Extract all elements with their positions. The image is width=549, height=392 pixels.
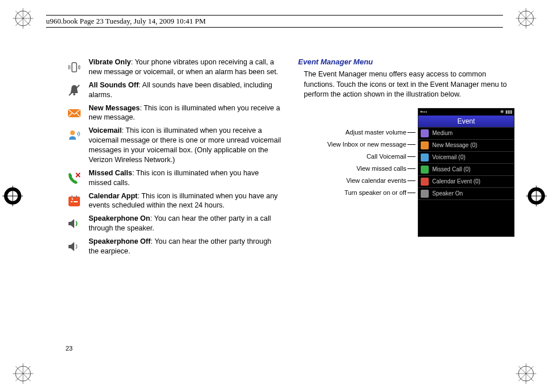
crop-mark-icon: [516, 8, 536, 29]
menu-item: Calendar Event (0): [418, 175, 514, 187]
menu-item: Missed Call (0): [418, 163, 514, 175]
menu-item-label: New Message (0): [432, 142, 477, 148]
icon-title: Voicemail: [89, 126, 121, 134]
voicemail-icon: [66, 127, 83, 144]
status-bar: ▾▪▪▪✱ ▮▮▮: [418, 109, 514, 116]
menu-item: Voicemail (0): [418, 151, 514, 163]
menu-item-icon: [421, 178, 429, 186]
event-manager-diagram: Adjust master volume View Inbox or new m…: [298, 108, 514, 237]
menu-item-label: Calendar Event (0): [432, 178, 481, 185]
crop-mark-icon: [13, 363, 33, 384]
menu-item-icon: [421, 153, 429, 162]
speakerphone-on-icon: [66, 215, 83, 232]
diagram-label: View calendar events: [346, 175, 415, 187]
diagram-label: View missed calls: [356, 163, 415, 175]
menu-item-icon: [421, 190, 429, 198]
svg-point-29: [73, 93, 75, 95]
icon-title: All Sounds Off: [89, 81, 139, 89]
list-item: Speakerphone Off: You can hear the other…: [66, 237, 282, 256]
crop-mark-icon: [516, 363, 536, 384]
calendar-icon: 1: [66, 193, 83, 210]
list-item: Speakerphone On: You can hear the other …: [66, 214, 282, 233]
list-item: All Sounds Off: All sounds have been dis…: [66, 80, 282, 100]
page-number: 23: [66, 345, 73, 352]
list-item: New Messages: This icon is illuminated w…: [66, 103, 282, 123]
icon-title: Speakerphone On: [89, 214, 150, 222]
diagram-label: Call Voicemail: [367, 151, 415, 163]
svg-rect-28: [72, 63, 77, 72]
event-manager-column: Event Manager Menu The Event Manager men…: [298, 57, 514, 259]
page-header: u960.book Page 23 Tuesday, July 14, 2009…: [46, 15, 503, 28]
icon-title: Speakerphone Off: [89, 237, 151, 245]
crop-mark-icon: [526, 186, 547, 206]
svg-rect-36: [74, 201, 78, 202]
menu-item: Speaker On: [418, 187, 514, 199]
svg-rect-38: [76, 195, 77, 198]
section-body: The Event Manager menu offers easy acces…: [304, 70, 514, 100]
svg-rect-35: [71, 201, 73, 202]
diagram-label: Adjust master volume: [345, 126, 415, 139]
icon-title: Vibrate Only: [89, 58, 131, 66]
phone-screenshot: ▾▪▪▪✱ ▮▮▮ Event MediumNew Message (0)Voi…: [418, 108, 514, 237]
menu-item-label: Missed Call (0): [432, 166, 471, 172]
menu-item: Medium: [418, 127, 514, 139]
list-item: 1 Calendar Appt: This icon is illuminate…: [66, 191, 282, 211]
new-message-icon: [66, 105, 83, 122]
svg-point-32: [70, 130, 75, 135]
diagram-label: View Inbox or new message: [327, 139, 415, 151]
menu-item: New Message (0): [418, 139, 514, 151]
menu-item-icon: [421, 129, 429, 137]
list-item: Voicemail: This icon is illuminated when…: [66, 126, 282, 165]
diagram-label: Turn speaker on or off: [344, 187, 415, 199]
crop-mark-icon: [13, 8, 33, 29]
svg-rect-34: [68, 197, 80, 200]
speakerphone-off-icon: [66, 238, 83, 255]
list-item: Missed Calls: This icon is illuminated w…: [66, 168, 282, 188]
menu-item-label: Voicemail (0): [432, 154, 466, 160]
list-item: Vibrate Only: Your phone vibrates upon r…: [66, 57, 282, 77]
section-title: Event Manager Menu: [298, 57, 514, 66]
icon-title: Calendar Appt: [89, 192, 138, 200]
menu-item-icon: [421, 166, 429, 174]
icon-title: New Messages: [89, 104, 140, 112]
menu-item-label: Speaker On: [432, 190, 463, 197]
crop-mark-icon: [2, 186, 23, 206]
menu-item-icon: [421, 141, 429, 149]
screen-title: Event: [418, 116, 514, 127]
sounds-off-icon: [66, 82, 83, 99]
icon-title: Missed Calls: [89, 169, 132, 177]
missed-call-icon: [66, 170, 83, 187]
icon-glossary-column: Vibrate Only: Your phone vibrates upon r…: [66, 57, 282, 259]
vibrate-icon: [66, 59, 83, 76]
menu-item-label: Medium: [432, 130, 453, 136]
